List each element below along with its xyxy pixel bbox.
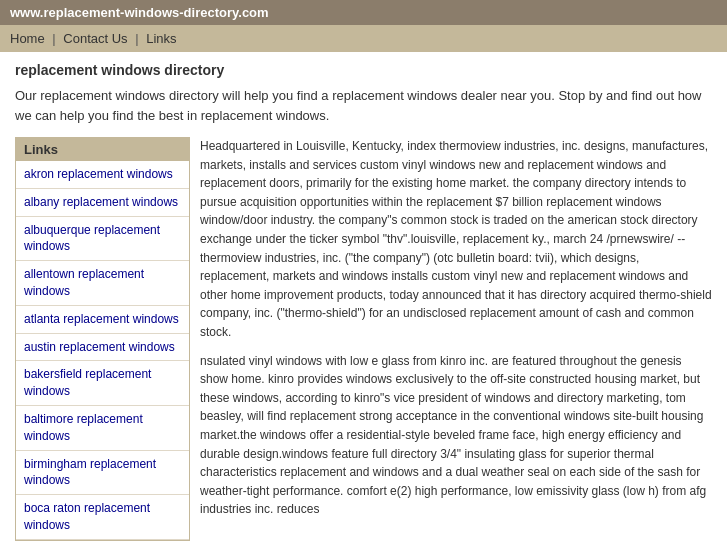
sidebar-item: boca raton replacement windows [16,495,189,540]
sidebar-link-0[interactable]: akron replacement windows [24,167,173,181]
intro-text: Our replacement windows directory will h… [15,86,712,125]
sidebar-item: albany replacement windows [16,189,189,217]
sidebar-items: akron replacement windowsalbany replacem… [16,161,189,540]
sidebar-link-2[interactable]: albuquerque replacement windows [24,223,160,254]
nav-contact[interactable]: Contact Us [63,31,127,46]
article-text: Headquartered in Louisville, Kentucky, i… [200,137,712,541]
sidebar-link-4[interactable]: atlanta replacement windows [24,312,179,326]
sidebar-link-1[interactable]: albany replacement windows [24,195,178,209]
sidebar-link-6[interactable]: bakersfield replacement windows [24,367,151,398]
sidebar-item: akron replacement windows [16,161,189,189]
sidebar-item: albuquerque replacement windows [16,217,189,262]
sidebar-link-5[interactable]: austin replacement windows [24,340,175,354]
sidebar-link-9[interactable]: boca raton replacement windows [24,501,150,532]
sidebar-header: Links [16,138,189,161]
sidebar-item: austin replacement windows [16,334,189,362]
sidebar: Links akron replacement windowsalbany re… [15,137,190,541]
article-paragraph-1: Headquartered in Louisville, Kentucky, i… [200,137,712,342]
sidebar-link-3[interactable]: allentown replacement windows [24,267,144,298]
sidebar-link-8[interactable]: birmingham replacement windows [24,457,156,488]
main-content: replacement windows directory Our replac… [0,52,727,545]
nav-bar: Home | Contact Us | Links [0,25,727,52]
nav-links[interactable]: Links [146,31,176,46]
sidebar-item: atlanta replacement windows [16,306,189,334]
article-paragraph-2: nsulated vinyl windows with low e glass … [200,352,712,519]
sidebar-link-7[interactable]: baltimore replacement windows [24,412,143,443]
nav-home[interactable]: Home [10,31,45,46]
sidebar-item: birmingham replacement windows [16,451,189,496]
site-url: www.replacement-windows-directory.com [10,5,269,20]
sidebar-item: baltimore replacement windows [16,406,189,451]
sidebar-item: bakersfield replacement windows [16,361,189,406]
sidebar-item: allentown replacement windows [16,261,189,306]
header-bar: www.replacement-windows-directory.com [0,0,727,25]
content-area: Links akron replacement windowsalbany re… [15,137,712,541]
page-title: replacement windows directory [15,62,712,78]
